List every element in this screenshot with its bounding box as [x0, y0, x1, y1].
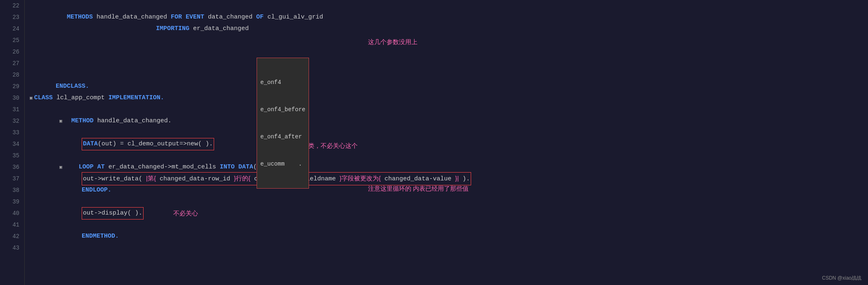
code-line-43 [30, 242, 868, 254]
tooltip-item-4: e_ucomm . [260, 159, 305, 168]
code-text12: changed_data-row_id [156, 175, 234, 182]
code-text8: er_data_changed->mt_mod_cells [105, 161, 220, 173]
line-num-42: 42 [5, 231, 19, 242]
keyword-impl: IMPLEMENTATION. [108, 92, 164, 104]
collapse-icon-32[interactable]: ▣ [59, 115, 62, 127]
template-text: |第{ [146, 175, 156, 182]
code-line-37: out->write_data( |第{ changed_data-row_id… [30, 173, 868, 185]
line-num-30: 30 [5, 92, 19, 104]
keyword-for: FOR EVENT [171, 12, 204, 23]
code-line-26 [30, 46, 868, 58]
code-text6: handle_data_changed. [94, 115, 172, 127]
line-num-39: 39 [5, 196, 19, 208]
line-num-33: 33 [5, 127, 19, 138]
line-num-32: 32 [5, 115, 19, 127]
collapse-icon-30[interactable]: ▣ [30, 92, 33, 104]
template-text2: }行的{ [234, 175, 250, 182]
line-num-22: 22 [5, 0, 19, 12]
line-num-38: 38 [5, 185, 19, 196]
code-line-25: e_onf4 e_onf4_before e_onf4_after e_ucom… [30, 35, 868, 46]
keyword-loop: LOOP AT [79, 161, 105, 173]
keyword-of: OF [256, 12, 264, 23]
code-line-29: ENDCLASS. [30, 81, 868, 92]
line-num-29: 29 [5, 81, 19, 92]
code-line-42: ENDMETHOD. [30, 231, 868, 242]
line-num-41: 41 [5, 219, 19, 231]
line-num-43: 43 [5, 242, 19, 254]
annotation-line40: 不必关心 [173, 208, 198, 219]
line-num-26: 26 [5, 46, 19, 58]
line-num-36: 36 [5, 161, 19, 173]
code-line-41 [30, 219, 868, 231]
code-line-31 [30, 104, 868, 115]
code-line-24: IMPORTING er_data_changed [30, 23, 868, 35]
code-box-data: DATA(out) = cl_demo_output=>new( ). [82, 138, 214, 150]
code-text2: data_changed [204, 12, 256, 23]
line-num-34: 34 [5, 138, 19, 150]
line-num-27: 27 [5, 58, 19, 69]
code-line-40: out->display( ). 不必关心 [30, 208, 868, 219]
line-num-25: 25 [5, 35, 19, 46]
template-text3: }字段被更改为{ [340, 175, 381, 182]
code-text16: out->display( ). [83, 210, 142, 217]
code-text11: out->write_data( [83, 175, 146, 182]
code-line-22 [30, 0, 868, 12]
watermark: CSDN @xiao战战 [822, 275, 861, 282]
tooltip-item-2: e_onf4_before [260, 105, 305, 114]
code-content: METHODS handle_data_changed FOR EVENT da… [25, 0, 868, 285]
tooltip-item-1: e_onf4 [260, 78, 305, 87]
code-text4: er_data_changed [189, 23, 249, 35]
code-line-36: ▣ LOOP AT er_data_changed->mt_mod_cells … [30, 161, 868, 173]
line-num-37: 37 [5, 173, 19, 185]
keyword-endmethod: ENDMETHOD. [82, 231, 119, 242]
tooltip-dropdown: e_onf4 e_onf4_before e_onf4_after e_ucom… [257, 58, 309, 189]
keyword-data: DATA [83, 140, 98, 147]
code-line-38: ENDLOOP. [30, 185, 868, 196]
code-box-display: out->display( ). [82, 207, 144, 220]
keyword-importing: IMPORTING [156, 23, 189, 35]
line-num-23: 23 [5, 12, 19, 23]
line-num-40: 40 [5, 208, 19, 219]
template-text4: }| [455, 175, 459, 182]
keyword-class2: CLASS [34, 92, 53, 104]
code-text7: (out) = cl_demo_output=>new( ). [98, 140, 213, 147]
keyword-method: METHOD [71, 115, 94, 127]
code-line-35 [30, 150, 868, 161]
code-line-32: ▣ METHOD handle_data_changed. [30, 115, 868, 127]
code-line-28 [30, 69, 868, 81]
code-text9 [235, 161, 238, 173]
keyword-into: INTO [220, 161, 235, 173]
code-line-33 [30, 127, 868, 138]
code-line-30: ▣CLASS lcl_app_compt IMPLEMENTATION. [30, 92, 868, 104]
line-num-35: 35 [5, 150, 19, 161]
line-numbers: 22 23 24 25 26 27 28 29 30 31 32 33 34 3… [0, 0, 25, 285]
line-num-28: 28 [5, 69, 19, 81]
code-text5: lcl_app_compt [53, 92, 108, 104]
code-line-34: DATA(out) = cl_demo_output=>new( ). 展示数据… [30, 138, 868, 150]
keyword-data2: DATA [238, 161, 253, 173]
code-text15: ). [459, 175, 470, 182]
code-editor: 22 23 24 25 26 27 28 29 30 31 32 33 34 3… [0, 0, 868, 285]
code-line-27 [30, 58, 868, 69]
line-num-24: 24 [5, 23, 19, 35]
code-text14: changed_data-value [381, 175, 455, 182]
keyword-endclass: ENDCLASS. [56, 81, 89, 92]
line-num-31: 31 [5, 104, 19, 115]
tooltip-item-3: e_onf4_after [260, 132, 305, 141]
code-text3: cl_gui_alv_grid [264, 12, 323, 23]
keyword-endloop: ENDLOOP. [82, 185, 111, 196]
